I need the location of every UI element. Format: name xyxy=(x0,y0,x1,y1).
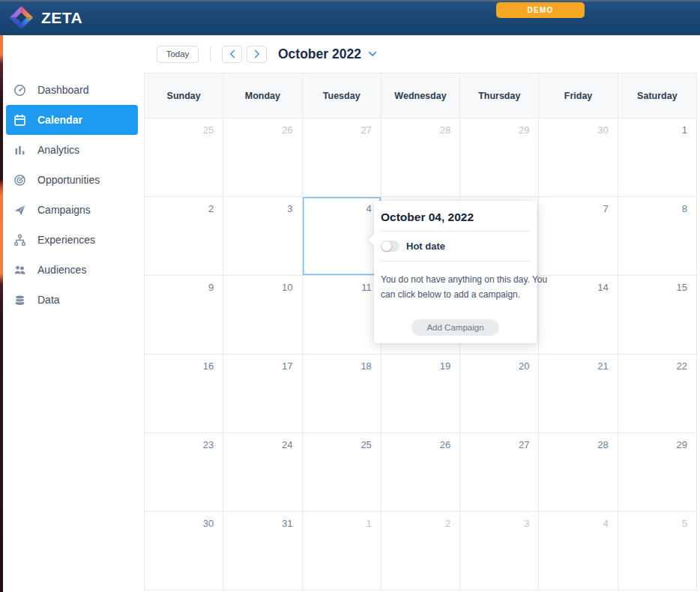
day-number: 29 xyxy=(677,439,687,450)
sidebar-item-data[interactable]: Data xyxy=(6,285,138,315)
chevron-down-icon xyxy=(368,51,377,57)
sidebar-item-label: Experiences xyxy=(37,234,95,246)
day-name-header: Sunday xyxy=(145,73,223,118)
sidebar-item-audiences[interactable]: Audiences xyxy=(6,255,138,285)
sidebar-item-calendar[interactable]: Calendar xyxy=(6,105,138,135)
hot-date-toggle[interactable] xyxy=(381,241,399,252)
database-icon xyxy=(13,294,26,306)
day-number: 25 xyxy=(203,124,214,136)
calendar-day-cell[interactable]: 9 xyxy=(145,276,223,354)
calendar-day-cell[interactable]: 16 xyxy=(145,354,223,433)
calendar-day-cell[interactable]: 8 xyxy=(618,197,697,276)
prev-month-button[interactable] xyxy=(222,46,242,63)
day-number: 15 xyxy=(677,282,687,293)
calendar-day-cell[interactable]: 23 xyxy=(145,433,223,512)
calendar-toolbar: Today October 2022 xyxy=(144,35,700,73)
calendar-day-cell[interactable]: 29 xyxy=(460,118,539,197)
month-selector[interactable]: October 2022 xyxy=(278,46,377,62)
day-number: 5 xyxy=(682,518,687,529)
calendar-day-cell[interactable]: 30 xyxy=(539,118,618,197)
brand-logo[interactable]: ZETA xyxy=(9,5,82,30)
calendar-day-cell[interactable]: 19 xyxy=(381,354,460,433)
sidebar-item-experiences[interactable]: Experiences xyxy=(6,225,138,255)
day-number: 22 xyxy=(677,360,687,372)
calendar-day-cell[interactable]: 28 xyxy=(381,118,460,197)
calendar-day-cell[interactable]: 24 xyxy=(223,433,302,512)
day-of-week-header-row: SundayMondayTuesdayWednesdayThursdayFrid… xyxy=(145,73,697,118)
hot-date-label: Hot date xyxy=(406,241,445,252)
day-number: 3 xyxy=(524,518,529,529)
day-number: 2 xyxy=(445,518,450,529)
calendar-day-cell[interactable]: 18 xyxy=(303,354,381,433)
today-button[interactable]: Today xyxy=(157,46,199,63)
calendar-day-cell[interactable]: 11 xyxy=(303,276,381,354)
sidebar-item-analytics[interactable]: Analytics xyxy=(6,135,138,165)
sidebar: DashboardCalendarAnalyticsOpportunitiesC… xyxy=(0,35,144,592)
calendar-day-cell[interactable]: 27 xyxy=(303,118,381,197)
popover-message-line: can click below to add a campaign. xyxy=(381,287,530,302)
month-title: October 2022 xyxy=(278,46,361,62)
calendar-day-cell[interactable]: 17 xyxy=(223,354,302,433)
app-layout: DashboardCalendarAnalyticsOpportunitiesC… xyxy=(0,35,700,592)
brand-name: ZETA xyxy=(41,9,82,27)
add-campaign-button[interactable]: Add Campaign xyxy=(411,319,498,336)
calendar-week-row: 16171819202122 xyxy=(145,354,697,433)
calendar-day-cell[interactable]: 31 xyxy=(223,512,302,591)
sidebar-item-label: Data xyxy=(37,294,60,306)
sidebar-item-dashboard[interactable]: Dashboard xyxy=(6,75,138,105)
calendar-day-cell[interactable]: 2 xyxy=(381,512,460,591)
demo-badge-button[interactable]: DEMO xyxy=(496,2,585,18)
target-icon xyxy=(13,174,26,187)
calendar-day-cell[interactable]: 26 xyxy=(381,433,460,512)
day-number: 18 xyxy=(360,360,371,372)
day-number: 11 xyxy=(361,282,372,293)
calendar-day-cell[interactable]: 3 xyxy=(460,512,539,591)
calendar-day-cell[interactable]: 5 xyxy=(618,512,697,591)
day-name-header: Saturday xyxy=(618,73,697,118)
calendar-day-cell[interactable]: 7 xyxy=(539,197,618,276)
calendar-weeks: 2526272829301234567891011121314151617181… xyxy=(145,118,697,591)
calendar-day-cell[interactable]: 20 xyxy=(460,354,539,433)
day-number: 2 xyxy=(208,203,214,214)
day-number: 1 xyxy=(682,124,687,136)
sidebar-item-label: Audiences xyxy=(37,264,86,276)
sidebar-item-opportunities[interactable]: Opportunities xyxy=(6,165,138,195)
calendar-day-cell[interactable]: 28 xyxy=(539,433,618,512)
day-name-header: Wednesday xyxy=(381,73,460,118)
calendar-day-cell[interactable]: 4 xyxy=(303,197,381,276)
calendar-day-cell[interactable]: 25 xyxy=(303,433,381,512)
day-number: 20 xyxy=(519,360,529,372)
day-name-header: Thursday xyxy=(460,73,539,118)
day-name-header: Tuesday xyxy=(303,73,381,118)
day-number: 27 xyxy=(360,124,371,136)
bar-chart-icon xyxy=(13,144,26,157)
calendar-day-cell[interactable]: 4 xyxy=(539,512,618,591)
calendar-day-cell[interactable]: 25 xyxy=(145,118,223,197)
calendar-day-cell[interactable]: 15 xyxy=(618,276,697,354)
day-number: 1 xyxy=(366,518,372,529)
calendar-day-cell[interactable]: 1 xyxy=(618,118,697,197)
day-number: 3 xyxy=(287,203,292,214)
day-number: 28 xyxy=(597,439,608,450)
calendar-day-cell[interactable]: 10 xyxy=(223,276,302,354)
calendar-day-cell[interactable]: 22 xyxy=(618,354,697,433)
calendar-day-cell[interactable]: 3 xyxy=(223,197,302,276)
calendar-day-cell[interactable]: 26 xyxy=(223,118,302,197)
calendar-day-cell[interactable]: 2 xyxy=(145,197,223,276)
calendar-day-cell[interactable]: 29 xyxy=(618,433,697,512)
calendar-icon xyxy=(13,114,26,127)
calendar-day-cell[interactable]: 1 xyxy=(303,512,381,591)
calendar-day-cell[interactable]: 30 xyxy=(145,512,223,591)
popover-message-line: You do not have anything on this day. Yo… xyxy=(381,272,530,287)
next-month-button[interactable] xyxy=(247,46,267,63)
left-edge-decoration xyxy=(0,35,3,592)
calendar-day-cell[interactable]: 14 xyxy=(539,276,618,354)
zeta-diamond-icon xyxy=(9,5,34,30)
hot-date-row: Hot date xyxy=(374,232,537,261)
calendar-day-cell[interactable]: 27 xyxy=(460,433,539,512)
chevron-right-icon xyxy=(254,49,260,58)
calendar-day-cell[interactable]: 21 xyxy=(539,354,618,433)
day-number: 17 xyxy=(282,360,292,372)
day-popover: October 04, 2022 Hot date You do not hav… xyxy=(374,201,537,343)
sidebar-item-campaigns[interactable]: Campaigns xyxy=(6,195,138,225)
